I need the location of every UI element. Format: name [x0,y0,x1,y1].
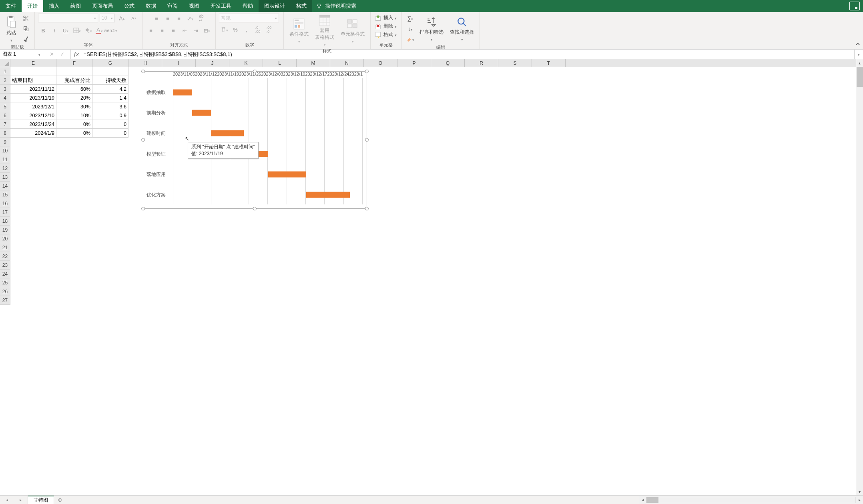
cell[interactable] [56,208,92,217]
cell[interactable]: 2023/12/10 [10,111,56,120]
enter-fx-button[interactable]: ✓ [57,51,67,57]
col-header-Q[interactable]: Q [431,59,465,67]
cell[interactable] [498,270,532,278]
cell[interactable] [330,270,364,278]
cell[interactable] [364,278,397,287]
cell[interactable] [196,270,229,278]
cell[interactable] [229,234,263,243]
cell[interactable] [92,138,128,146]
cell[interactable] [498,76,532,85]
cell[interactable] [465,85,498,94]
cell[interactable]: 4.2 [92,85,128,94]
cell[interactable] [498,261,532,270]
cell[interactable] [431,76,465,85]
cell[interactable] [162,217,196,226]
tab-dev[interactable]: 开发工具 [205,0,237,12]
cell[interactable] [397,243,431,252]
cell[interactable] [128,261,162,270]
tab-data[interactable]: 数据 [140,0,162,12]
chart-bar[interactable] [268,172,306,178]
cell[interactable]: 0% [56,129,92,138]
row-header-18[interactable]: 18 [0,217,10,226]
cell[interactable] [56,226,92,234]
cell[interactable] [297,278,330,287]
col-header-H[interactable]: H [128,59,162,67]
col-header-P[interactable]: P [397,59,431,67]
align-bottom-button[interactable]: ≡ [174,14,184,23]
cell[interactable] [330,226,364,234]
cell[interactable] [56,190,92,199]
resize-handle-se[interactable] [365,207,369,210]
tab-formulas[interactable]: 公式 [118,0,140,12]
cell[interactable] [364,182,397,190]
cell[interactable] [162,234,196,243]
cell[interactable] [431,102,465,111]
italic-button[interactable]: I [49,26,60,35]
shrink-font-button[interactable]: A▾ [128,14,139,23]
tab-format[interactable]: 格式 [291,0,312,12]
cell[interactable] [397,146,431,155]
resize-handle-nw[interactable] [141,70,145,73]
cell[interactable] [162,226,196,234]
cell[interactable] [56,155,92,164]
percent-button[interactable]: % [230,25,241,34]
cell[interactable] [498,129,532,138]
cell[interactable] [465,287,498,296]
cell[interactable] [498,138,532,146]
font-name-combo[interactable] [38,14,98,22]
cell[interactable] [431,94,465,102]
cell[interactable] [330,287,364,296]
indent-inc-button[interactable]: ⇥ [191,26,201,35]
cell[interactable] [364,120,397,129]
cell[interactable] [229,296,263,305]
cell[interactable] [431,173,465,182]
cell[interactable] [397,76,431,85]
cell[interactable] [297,234,330,243]
share-button[interactable] [849,0,863,12]
cell[interactable] [532,102,566,111]
cell[interactable] [431,278,465,287]
cell[interactable] [465,208,498,217]
cell[interactable] [10,217,56,226]
cell[interactable] [431,67,465,76]
resize-handle-e[interactable] [365,138,369,142]
cell[interactable] [229,270,263,278]
cell[interactable] [364,85,397,94]
cell[interactable] [465,217,498,226]
cell[interactable] [330,234,364,243]
cell[interactable] [263,226,297,234]
cell[interactable] [196,287,229,296]
cell[interactable] [364,129,397,138]
cell[interactable] [10,190,56,199]
font-size-combo[interactable]: 10 [100,14,115,22]
cell[interactable] [498,190,532,199]
cell[interactable] [364,76,397,85]
row-header-10[interactable]: 10 [0,146,10,155]
cell[interactable] [465,296,498,305]
cell[interactable] [10,173,56,182]
cell[interactable] [397,85,431,94]
cell[interactable] [56,217,92,226]
cell[interactable] [465,226,498,234]
cell[interactable] [498,182,532,190]
cell[interactable] [498,252,532,261]
row-header-23[interactable]: 23 [0,261,10,270]
cell[interactable] [397,138,431,146]
cell[interactable] [10,226,56,234]
cell[interactable] [397,173,431,182]
cell[interactable] [465,261,498,270]
cell[interactable] [128,278,162,287]
cell[interactable] [10,182,56,190]
cell[interactable] [330,217,364,226]
cell[interactable] [465,173,498,182]
cell[interactable] [465,76,498,85]
cell[interactable] [196,208,229,217]
cell[interactable] [364,146,397,155]
row-header-21[interactable]: 21 [0,243,10,252]
cell[interactable] [532,270,566,278]
cell[interactable] [532,76,566,85]
select-all-corner[interactable] [0,59,10,67]
cell[interactable] [56,252,92,261]
fx-icon[interactable]: ƒx [71,50,81,59]
row-header-4[interactable]: 4 [0,94,10,102]
